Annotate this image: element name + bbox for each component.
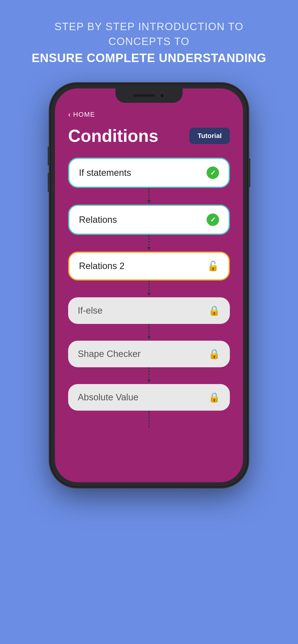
screen-content: ‹ HOME Conditions Tutorial If statements [55, 88, 243, 482]
phone-notch [115, 88, 183, 103]
page-header: Conditions Tutorial [68, 126, 230, 146]
nav-back[interactable]: ‹ HOME [68, 110, 230, 119]
header-section: STEP BY STEP INTRODUCTION TOCONCEPTS TO … [13, 19, 285, 65]
arrow-down-icon: ▾ [147, 245, 151, 252]
lesson-label: Absolute Value [78, 392, 138, 402]
arrow-down-icon: ▾ [147, 290, 151, 297]
lesson-label: Shape Checker [78, 349, 140, 359]
power-button [248, 158, 250, 187]
lesson-label: If statements [79, 168, 131, 178]
lesson-item-relations[interactable]: Relations [68, 204, 230, 235]
arrow-down-icon: ▾ [147, 377, 151, 384]
connector-4: ▾ [147, 324, 151, 341]
speaker [133, 94, 155, 97]
arrow-down-icon: ▾ [147, 198, 151, 204]
lock-icon: 🔒 [208, 348, 220, 360]
volume-down-button [48, 173, 50, 192]
lesson-label: Relations [79, 215, 117, 225]
lessons-list: If statements ▾ Relations ▾ [68, 158, 230, 428]
volume-up-button [48, 146, 50, 166]
connector-1: ▾ [147, 188, 151, 204]
connector-3: ▾ [147, 280, 151, 297]
lesson-item-if-else[interactable]: If-else 🔒 [68, 297, 230, 324]
lesson-item-absolute-value[interactable]: Absolute Value 🔒 [68, 384, 230, 411]
header-title: ENSURE COMPLETE UNDERSTANDING [32, 51, 266, 65]
back-arrow-icon: ‹ [68, 110, 71, 119]
completed-check-icon [207, 166, 219, 179]
header-subtitle: STEP BY STEP INTRODUCTION TOCONCEPTS TO [32, 19, 266, 49]
phone-mockup: ‹ HOME Conditions Tutorial If statements [51, 84, 247, 486]
connector-line [148, 411, 150, 428]
lock-icon: 🔒 [208, 392, 220, 403]
tutorial-button[interactable]: Tutorial [189, 128, 230, 144]
completed-check-icon [207, 214, 219, 226]
lesson-item-if-statements[interactable]: If statements [68, 158, 230, 188]
phone-shell: ‹ HOME Conditions Tutorial If statements [51, 84, 247, 486]
connector-6 [148, 411, 150, 428]
arrow-down-icon: ▾ [147, 334, 151, 341]
back-label: HOME [73, 111, 95, 118]
lesson-label: Relations 2 [79, 261, 124, 271]
lock-icon: 🔒 [208, 305, 220, 316]
connector-2: ▾ [147, 235, 151, 252]
lesson-label: If-else [78, 306, 102, 316]
connector-5: ▾ [147, 367, 151, 384]
front-camera [160, 93, 165, 98]
phone-screen: ‹ HOME Conditions Tutorial If statements [55, 88, 243, 482]
lesson-item-shape-checker[interactable]: Shape Checker 🔒 [68, 341, 230, 367]
lesson-item-relations-2[interactable]: Relations 2 🔓 [68, 252, 230, 280]
page-title: Conditions [68, 126, 158, 146]
lock-open-icon: 🔓 [207, 260, 219, 272]
